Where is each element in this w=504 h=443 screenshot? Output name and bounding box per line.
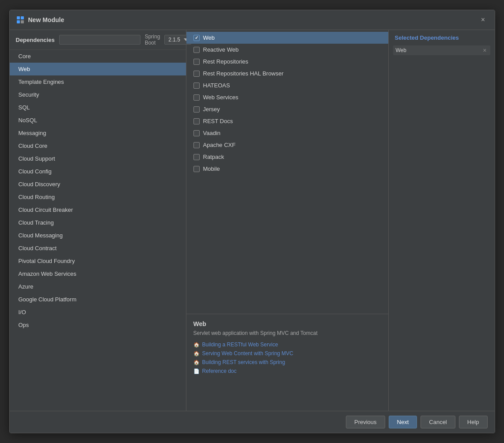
home-icon: 🏠 <box>193 360 200 365</box>
dependency-list: WebReactive WebRest RepositoriesRest Rep… <box>186 30 388 314</box>
search-input[interactable] <box>59 35 140 45</box>
dep-checkbox-apache-cxf[interactable] <box>193 142 200 148</box>
dep-checkbox-mobile[interactable] <box>193 166 200 172</box>
link-label-0: Building a RESTful Web Service <box>202 342 278 348</box>
right-panel: Selected Dependencies Web× <box>389 30 495 411</box>
dep-link-0[interactable]: 🏠Building a RESTful Web Service <box>193 342 381 348</box>
doc-icon: 📄 <box>193 368 200 374</box>
dep-desc-title: Web <box>193 320 381 327</box>
sidebar-item-io[interactable]: I/O <box>10 306 186 319</box>
selected-dep-web: Web× <box>393 45 490 55</box>
sidebar-item-cloud-messaging[interactable]: Cloud Messaging <box>10 229 186 242</box>
sidebar-item-cloud-circuit-breaker[interactable]: Cloud Circuit Breaker <box>10 203 186 216</box>
next-button[interactable]: Next <box>389 416 417 428</box>
sidebar-item-cloud-config[interactable]: Cloud Config <box>10 165 186 178</box>
previous-button[interactable]: Previous <box>346 416 385 428</box>
dep-checkbox-hateoas[interactable] <box>193 83 200 89</box>
dialog-title: New Module <box>28 16 64 23</box>
dep-link-3[interactable]: 📄Reference doc <box>193 368 381 374</box>
sidebar-item-core[interactable]: Core <box>10 50 186 63</box>
link-label-1: Serving Web Content with Spring MVC <box>202 350 294 357</box>
left-top-bar: Dependencies 🔍 Spring Boot 2.1.5 <box>10 30 186 50</box>
dep-item-vaadin[interactable]: Vaadin <box>186 127 388 139</box>
svg-rect-0 <box>17 16 20 19</box>
sidebar-item-cloud-contract[interactable]: Cloud Contract <box>10 242 186 255</box>
sidebar-item-cloud-discovery[interactable]: Cloud Discovery <box>10 178 186 191</box>
dep-label-vaadin: Vaadin <box>203 130 221 136</box>
dep-label-ratpack: Ratpack <box>203 154 224 160</box>
sidebar-item-messaging[interactable]: Messaging <box>10 127 186 139</box>
dep-item-mobile[interactable]: Mobile <box>186 163 388 175</box>
help-button[interactable]: Help <box>459 416 488 428</box>
sidebar-item-web[interactable]: Web <box>10 63 186 75</box>
dep-link-2[interactable]: 🏠Building REST services with Spring <box>193 359 381 365</box>
svg-rect-2 <box>17 20 20 23</box>
dep-checkbox-vaadin[interactable] <box>193 130 200 136</box>
middle-panel: WebReactive WebRest RepositoriesRest Rep… <box>186 30 389 411</box>
sidebar-item-google-cloud-platform[interactable]: Google Cloud Platform <box>10 293 186 306</box>
link-label-3: Reference doc <box>202 368 237 374</box>
dep-item-rest-repositories-hal[interactable]: Rest Repositories HAL Browser <box>186 68 388 79</box>
selected-deps-list: Web× <box>393 45 490 57</box>
spring-boot-label: Spring Boot <box>145 34 160 46</box>
sidebar-item-template-engines[interactable]: Template Engines <box>10 75 186 88</box>
selected-dep-name-web: Web <box>396 47 406 53</box>
sidebar-item-azure[interactable]: Azure <box>10 280 186 293</box>
dep-checkbox-jersey[interactable] <box>193 106 200 113</box>
sidebar-item-nosql[interactable]: NoSQL <box>10 114 186 127</box>
module-icon <box>16 15 25 24</box>
dependencies-label: Dependencies <box>16 37 55 43</box>
sidebar-item-amazon-web-services[interactable]: Amazon Web Services <box>10 267 186 280</box>
footer: Previous Next Cancel Help <box>10 411 495 433</box>
dep-item-apache-cxf[interactable]: Apache CXF <box>186 139 388 151</box>
dep-desc-text: Servlet web application with Spring MVC … <box>193 330 381 336</box>
sidebar-item-cloud-core[interactable]: Cloud Core <box>10 139 186 152</box>
category-list: CoreWebTemplate EnginesSecuritySQLNoSQLM… <box>10 50 186 411</box>
dep-label-rest-docs: REST Docs <box>203 118 233 124</box>
cancel-button[interactable]: Cancel <box>421 416 455 428</box>
dep-item-web-services[interactable]: Web Services <box>186 91 388 103</box>
dep-label-mobile: Mobile <box>203 165 220 172</box>
sidebar-item-sql[interactable]: SQL <box>10 101 186 114</box>
sidebar-item-pivotal-cloud-foundry[interactable]: Pivotal Cloud Foundry <box>10 255 186 267</box>
dep-links: 🏠Building a RESTful Web Service🏠Serving … <box>193 342 381 374</box>
dep-item-rest-docs[interactable]: REST Docs <box>186 115 388 127</box>
dep-description-area: Web Servlet web application with Spring … <box>186 314 388 411</box>
dep-checkbox-reactive-web[interactable] <box>193 47 200 53</box>
dep-label-rest-repositories: Rest Repositories <box>203 58 249 65</box>
dep-link-1[interactable]: 🏠Serving Web Content with Spring MVC <box>193 350 381 357</box>
left-panel: Dependencies 🔍 Spring Boot 2.1.5 CoreWeb… <box>10 30 186 411</box>
title-bar: New Module × <box>10 10 495 30</box>
selected-deps-header: Selected Dependencies <box>393 34 490 41</box>
dep-checkbox-rest-docs[interactable] <box>193 118 200 124</box>
dep-checkbox-web-services[interactable] <box>193 94 200 101</box>
sidebar-item-cloud-support[interactable]: Cloud Support <box>10 152 186 165</box>
dep-item-ratpack[interactable]: Ratpack <box>186 151 388 163</box>
dep-checkbox-web[interactable] <box>193 35 200 41</box>
dep-label-reactive-web: Reactive Web <box>203 46 239 53</box>
new-module-dialog: New Module × Dependencies 🔍 Spring Boot … <box>9 10 495 433</box>
dep-item-reactive-web[interactable]: Reactive Web <box>186 44 388 56</box>
dep-label-hateoas: HATEOAS <box>203 82 230 89</box>
dep-checkbox-rest-repositories-hal[interactable] <box>193 71 200 77</box>
dep-label-web-services: Web Services <box>203 94 239 101</box>
content-area: Dependencies 🔍 Spring Boot 2.1.5 CoreWeb… <box>10 30 495 411</box>
sidebar-item-security[interactable]: Security <box>10 88 186 101</box>
dep-item-rest-repositories[interactable]: Rest Repositories <box>186 56 388 68</box>
svg-rect-1 <box>21 16 24 19</box>
sidebar-item-ops[interactable]: Ops <box>10 319 186 331</box>
dep-label-jersey: Jersey <box>203 106 220 113</box>
svg-rect-3 <box>21 20 24 23</box>
dep-item-jersey[interactable]: Jersey <box>186 103 388 115</box>
dep-checkbox-rest-repositories[interactable] <box>193 59 200 65</box>
dep-item-hateoas[interactable]: HATEOAS <box>186 79 388 91</box>
home-icon: 🏠 <box>193 342 200 348</box>
dep-checkbox-ratpack[interactable] <box>193 154 200 160</box>
sidebar-item-cloud-routing[interactable]: Cloud Routing <box>10 191 186 203</box>
dep-label-rest-repositories-hal: Rest Repositories HAL Browser <box>203 70 284 77</box>
sidebar-item-cloud-tracing[interactable]: Cloud Tracing <box>10 216 186 229</box>
close-button[interactable]: × <box>478 15 489 25</box>
remove-dep-button-web[interactable]: × <box>482 47 487 53</box>
dep-item-web[interactable]: Web <box>186 32 388 44</box>
home-icon: 🏠 <box>193 351 200 357</box>
